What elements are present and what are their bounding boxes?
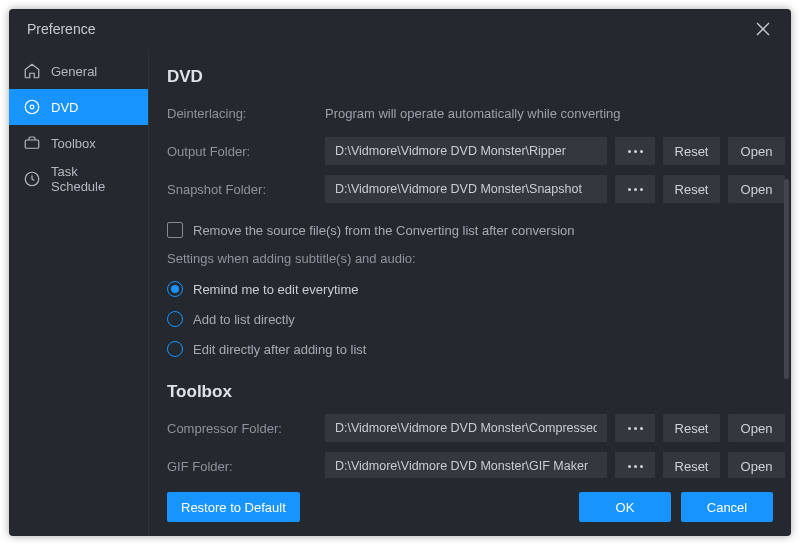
remove-source-label: Remove the source file(s) from the Conve… — [193, 223, 575, 238]
gif-folder-open-button[interactable]: Open — [728, 452, 785, 478]
sidebar-item-label: DVD — [51, 100, 78, 115]
sidebar-item-task-schedule[interactable]: Task Schedule — [9, 161, 148, 197]
home-icon — [23, 62, 41, 80]
compressor-folder-open-button[interactable]: Open — [728, 414, 785, 442]
ellipsis-icon — [628, 150, 643, 153]
compressor-folder-label: Compressor Folder: — [167, 421, 317, 436]
sidebar: General DVD Toolbox — [9, 49, 149, 536]
snapshot-folder-input[interactable] — [325, 175, 607, 203]
remove-source-checkbox[interactable] — [167, 222, 183, 238]
output-folder-label: Output Folder: — [167, 144, 317, 159]
remove-source-checkbox-row[interactable]: Remove the source file(s) from the Conve… — [167, 215, 785, 245]
sidebar-item-label: General — [51, 64, 97, 79]
sidebar-item-label: Toolbox — [51, 136, 96, 151]
subtitle-option-add-directly[interactable]: Add to list directly — [167, 304, 785, 334]
close-button[interactable] — [749, 15, 777, 43]
window-title: Preference — [27, 21, 95, 37]
scrollbar-thumb[interactable] — [784, 179, 789, 379]
ellipsis-icon — [628, 427, 643, 430]
disc-icon — [23, 98, 41, 116]
snapshot-folder-reset-button[interactable]: Reset — [663, 175, 720, 203]
toolbox-icon — [23, 134, 41, 152]
svg-point-2 — [25, 100, 39, 114]
subtitle-option-label: Edit directly after adding to list — [193, 342, 366, 357]
compressor-folder-browse-button[interactable] — [615, 414, 655, 442]
output-folder-browse-button[interactable] — [615, 137, 655, 165]
svg-point-3 — [30, 105, 34, 109]
gif-folder-row: GIF Folder: Reset Open — [167, 450, 785, 478]
gif-folder-label: GIF Folder: — [167, 459, 317, 474]
toolbox-heading: Toolbox — [167, 382, 785, 402]
ok-button[interactable]: OK — [579, 492, 671, 522]
snapshot-folder-open-button[interactable]: Open — [728, 175, 785, 203]
preference-window: Preference General — [9, 9, 791, 536]
ellipsis-icon — [628, 465, 643, 468]
radio-icon — [167, 281, 183, 297]
restore-default-button[interactable]: Restore to Default — [167, 492, 300, 522]
output-folder-input[interactable] — [325, 137, 607, 165]
snapshot-folder-row: Snapshot Folder: Reset Open — [167, 173, 785, 205]
subtitle-settings-heading: Settings when adding subtitle(s) and aud… — [167, 251, 785, 266]
sidebar-item-general[interactable]: General — [9, 53, 148, 89]
footer: Restore to Default OK Cancel — [149, 478, 791, 536]
subtitle-option-edit-directly[interactable]: Edit directly after adding to list — [167, 334, 785, 364]
snapshot-folder-browse-button[interactable] — [615, 175, 655, 203]
subtitle-option-remind[interactable]: Remind me to edit everytime — [167, 274, 785, 304]
main-panel: DVD Deinterlacing: Program will operate … — [149, 49, 791, 536]
gif-folder-reset-button[interactable]: Reset — [663, 452, 720, 478]
titlebar: Preference — [9, 9, 791, 49]
gif-folder-browse-button[interactable] — [615, 452, 655, 478]
cancel-button[interactable]: Cancel — [681, 492, 773, 522]
deinterlacing-value: Program will operate automatically while… — [325, 106, 621, 121]
ellipsis-icon — [628, 188, 643, 191]
sidebar-item-toolbox[interactable]: Toolbox — [9, 125, 148, 161]
radio-icon — [167, 311, 183, 327]
compressor-folder-row: Compressor Folder: Reset Open — [167, 412, 785, 444]
compressor-folder-reset-button[interactable]: Reset — [663, 414, 720, 442]
clock-icon — [23, 170, 41, 188]
sidebar-item-label: Task Schedule — [51, 164, 134, 194]
output-folder-open-button[interactable]: Open — [728, 137, 785, 165]
radio-icon — [167, 341, 183, 357]
subtitle-option-label: Add to list directly — [193, 312, 295, 327]
svg-rect-4 — [25, 140, 39, 148]
sidebar-item-dvd[interactable]: DVD — [9, 89, 148, 125]
gif-folder-input[interactable] — [325, 452, 607, 478]
output-folder-reset-button[interactable]: Reset — [663, 137, 720, 165]
output-folder-row: Output Folder: Reset Open — [167, 135, 785, 167]
deinterlacing-row: Deinterlacing: Program will operate auto… — [167, 97, 785, 129]
close-icon — [756, 22, 770, 36]
snapshot-folder-label: Snapshot Folder: — [167, 182, 317, 197]
subtitle-option-label: Remind me to edit everytime — [193, 282, 358, 297]
dvd-heading: DVD — [167, 67, 785, 87]
deinterlacing-label: Deinterlacing: — [167, 106, 317, 121]
compressor-folder-input[interactable] — [325, 414, 607, 442]
